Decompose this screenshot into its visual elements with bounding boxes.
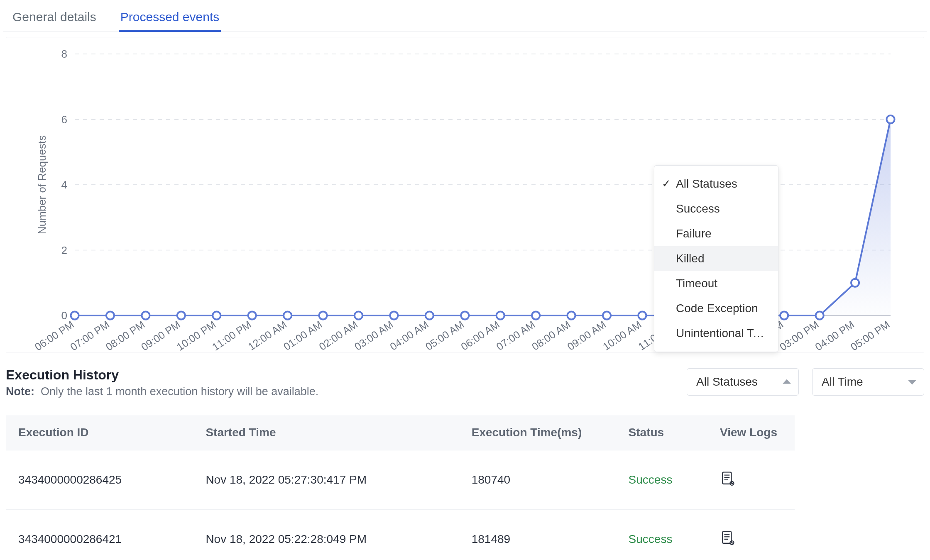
cell-started-time: Nov 18, 2022 05:27:30:417 PM xyxy=(193,450,459,510)
svg-point-24 xyxy=(497,312,504,320)
svg-text:09:00 PM: 09:00 PM xyxy=(139,318,182,353)
svg-text:10:00 AM: 10:00 AM xyxy=(601,318,644,352)
svg-text:05:00 AM: 05:00 AM xyxy=(423,318,466,352)
svg-text:05:00 PM: 05:00 PM xyxy=(848,318,891,353)
svg-text:07:00 AM: 07:00 AM xyxy=(494,318,537,352)
time-filter-select[interactable]: All Time xyxy=(812,368,924,396)
svg-point-28 xyxy=(638,312,646,320)
status-option[interactable]: Success xyxy=(654,196,778,221)
tab-general-details[interactable]: General details xyxy=(11,7,98,32)
svg-point-19 xyxy=(319,312,327,320)
svg-line-73 xyxy=(732,543,733,543)
svg-text:01:00 AM: 01:00 AM xyxy=(281,318,324,352)
section-note: Note: Only the last 1 month execution hi… xyxy=(6,385,687,398)
svg-point-25 xyxy=(532,312,540,320)
svg-point-26 xyxy=(568,312,575,320)
status-option[interactable]: Unintentional Ter… xyxy=(654,321,778,346)
svg-point-16 xyxy=(213,312,220,320)
svg-text:0: 0 xyxy=(61,309,67,322)
cell-view-logs xyxy=(707,450,795,510)
th-view-logs: View Logs xyxy=(707,415,795,450)
status-option[interactable]: Code Exception xyxy=(654,296,778,321)
svg-text:02:00 AM: 02:00 AM xyxy=(317,318,360,352)
svg-text:06:00 AM: 06:00 AM xyxy=(459,318,502,352)
svg-text:Number of Requests: Number of Requests xyxy=(36,135,48,234)
svg-text:11:00 PM: 11:00 PM xyxy=(210,318,253,353)
chevron-up-icon xyxy=(783,379,791,384)
svg-point-23 xyxy=(461,312,469,320)
svg-point-14 xyxy=(142,312,149,320)
table-row: 3434000000286425Nov 18, 2022 05:27:30:41… xyxy=(6,450,795,510)
svg-text:2: 2 xyxy=(61,244,67,257)
th-status: Status xyxy=(616,415,707,450)
cell-started-time: Nov 18, 2022 05:22:28:049 PM xyxy=(193,510,459,560)
svg-text:07:00 PM: 07:00 PM xyxy=(68,318,111,353)
chart-panel: 02468Number of Requests06:00 PM07:00 PM0… xyxy=(6,37,924,352)
svg-point-12 xyxy=(71,312,79,320)
svg-text:04:00 PM: 04:00 PM xyxy=(813,318,856,353)
status-option[interactable]: All Statuses xyxy=(654,171,778,196)
cell-status: Success xyxy=(616,510,707,560)
th-execution-id: Execution ID xyxy=(6,415,193,450)
cell-execution-time: 180740 xyxy=(459,450,616,510)
chevron-down-icon xyxy=(908,380,916,385)
svg-text:4: 4 xyxy=(61,179,67,191)
svg-line-66 xyxy=(732,483,733,484)
section-title: Execution History xyxy=(6,367,687,383)
svg-point-34 xyxy=(851,279,859,287)
svg-point-15 xyxy=(177,312,185,320)
svg-text:10:00 PM: 10:00 PM xyxy=(174,318,218,353)
svg-point-20 xyxy=(355,312,362,320)
svg-text:04:00 AM: 04:00 AM xyxy=(388,318,431,352)
status-option[interactable]: Failure xyxy=(654,221,778,246)
svg-point-17 xyxy=(248,312,256,320)
time-filter-selected: All Time xyxy=(822,375,863,389)
svg-point-32 xyxy=(780,312,788,320)
execution-history-table: Execution ID Started Time Execution Time… xyxy=(6,415,795,560)
cell-view-logs xyxy=(707,510,795,560)
cell-execution-id: 3434000000286425 xyxy=(6,450,193,510)
cell-execution-id: 3434000000286421 xyxy=(6,510,193,560)
status-filter-select[interactable]: All Statuses xyxy=(687,368,799,396)
requests-chart: 02468Number of Requests06:00 PM07:00 PM0… xyxy=(6,37,915,353)
svg-point-18 xyxy=(284,312,291,320)
svg-text:6: 6 xyxy=(61,113,67,126)
svg-point-13 xyxy=(106,312,114,320)
view-logs-icon[interactable] xyxy=(720,470,736,487)
tabs: General details Processed events xyxy=(3,3,927,32)
th-execution-time: Execution Time(ms) xyxy=(459,415,616,450)
view-logs-icon[interactable] xyxy=(720,530,736,546)
cell-status: Success xyxy=(616,450,707,510)
svg-text:09:00 AM: 09:00 AM xyxy=(565,318,608,352)
tab-processed-events[interactable]: Processed events xyxy=(119,7,221,32)
status-filter-selected: All Statuses xyxy=(696,375,758,389)
svg-text:08:00 AM: 08:00 AM xyxy=(530,318,573,352)
svg-point-64 xyxy=(730,482,734,485)
status-option[interactable]: Killed xyxy=(654,246,778,271)
status-option[interactable]: Timeout xyxy=(654,271,778,296)
svg-point-27 xyxy=(603,312,611,320)
svg-text:03:00 AM: 03:00 AM xyxy=(352,318,395,352)
svg-text:03:00 PM: 03:00 PM xyxy=(778,318,821,353)
cell-execution-time: 181489 xyxy=(459,510,616,560)
svg-point-21 xyxy=(390,312,398,320)
table-header-row: Execution ID Started Time Execution Time… xyxy=(6,415,795,450)
svg-point-22 xyxy=(426,312,433,320)
svg-point-71 xyxy=(730,541,734,545)
svg-text:06:00 PM: 06:00 PM xyxy=(32,318,76,353)
status-filter-popup[interactable]: All StatusesSuccessFailureKilledTimeoutC… xyxy=(654,165,778,352)
svg-text:08:00 PM: 08:00 PM xyxy=(103,318,147,353)
svg-point-33 xyxy=(816,312,824,320)
svg-point-35 xyxy=(887,115,895,123)
execution-history-header: Execution History Note: Only the last 1 … xyxy=(6,367,924,398)
svg-text:12:00 AM: 12:00 AM xyxy=(246,318,289,352)
table-row: 3434000000286421Nov 18, 2022 05:22:28:04… xyxy=(6,510,795,560)
svg-text:8: 8 xyxy=(61,48,67,60)
th-started-time: Started Time xyxy=(193,415,459,450)
